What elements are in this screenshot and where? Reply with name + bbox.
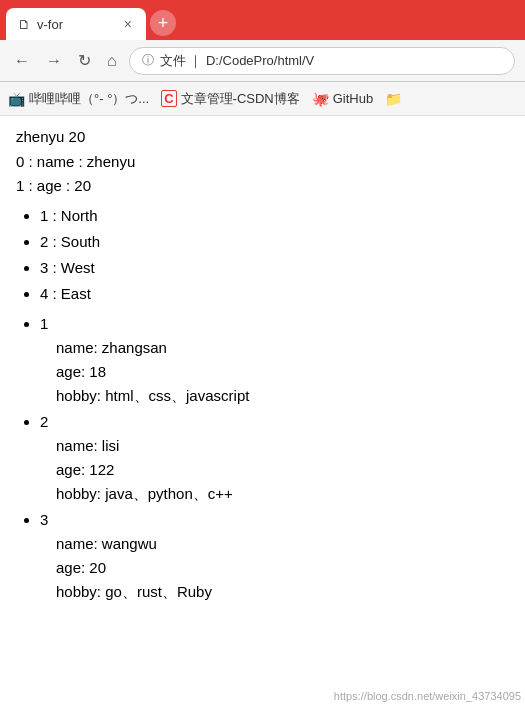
bookmark-github-label: GitHub	[333, 91, 373, 106]
person-2-name: name: lisi	[56, 434, 509, 458]
person-3-detail: name: wangwu age: 20 hobby: go、rust、Ruby	[56, 532, 509, 604]
line3: 1 : age : 20	[16, 175, 509, 198]
address-lock-icon: ⓘ	[142, 52, 154, 69]
bookmark-bilibili[interactable]: 📺 哔哩哔哩（°- °）つ...	[8, 90, 149, 108]
bookmark-csdn[interactable]: C 文章管理-CSDN博客	[161, 90, 300, 108]
person-2-detail: name: lisi age: 122 hobby: java、python、c…	[56, 434, 509, 506]
person-1-num: 1	[40, 312, 509, 336]
person-2-entry: 2 name: lisi age: 122 hobby: java、python…	[40, 410, 509, 506]
browser-tab[interactable]: 🗋 v-for ×	[6, 8, 146, 40]
new-tab-icon: +	[158, 14, 169, 32]
bookmark-github[interactable]: 🐙 GitHub	[312, 91, 373, 107]
person-2-num: 2	[40, 410, 509, 434]
person-2-hobby: hobby: java、python、c++	[56, 482, 509, 506]
watermark: https://blog.csdn.net/weixin_43734095	[334, 690, 521, 702]
new-tab-button[interactable]: +	[150, 10, 176, 36]
csdn-icon: C	[161, 90, 176, 107]
bookmarks-bar: 📺 哔哩哔哩（°- °）つ... C 文章管理-CSDN博客 🐙 GitHub …	[0, 82, 525, 116]
home-button[interactable]: ⌂	[103, 50, 121, 72]
back-button[interactable]: ←	[10, 50, 34, 72]
address-text: 文件 ｜ D:/CodePro/html/V	[160, 52, 315, 70]
forward-button[interactable]: →	[42, 50, 66, 72]
page-content: zhenyu 20 0 : name : zhenyu 1 : age : 20…	[0, 116, 525, 706]
person-1-detail: name: zhangsan age: 18 hobby: html、css、j…	[56, 336, 509, 408]
person-1-age: age: 18	[56, 360, 509, 384]
folder-icon: 📁	[385, 91, 402, 107]
person-2-age: age: 122	[56, 458, 509, 482]
persons-list: 1 name: zhangsan age: 18 hobby: html、css…	[40, 312, 509, 604]
tab-page-icon: 🗋	[18, 17, 31, 32]
person-3-num: 3	[40, 508, 509, 532]
list-item: 3 : West	[40, 256, 509, 280]
person-3-age: age: 20	[56, 556, 509, 580]
tab-close-button[interactable]: ×	[122, 16, 134, 32]
person-3-entry: 3 name: wangwu age: 20 hobby: go、rust、Ru…	[40, 508, 509, 604]
bilibili-icon: 📺	[8, 91, 25, 107]
person-1-entry: 1 name: zhangsan age: 18 hobby: html、css…	[40, 312, 509, 408]
person-3-name: name: wangwu	[56, 532, 509, 556]
address-bar[interactable]: ⓘ 文件 ｜ D:/CodePro/html/V	[129, 47, 515, 75]
person-1-name: name: zhangsan	[56, 336, 509, 360]
list-item: 2 : South	[40, 230, 509, 254]
tab-label: v-for	[37, 17, 63, 32]
list-item: 4 : East	[40, 282, 509, 306]
directions-list: 1 : North 2 : South 3 : West 4 : East	[40, 204, 509, 306]
bookmark-folder[interactable]: 📁	[385, 91, 402, 107]
list-item: 1 : North	[40, 204, 509, 228]
bookmark-csdn-label: 文章管理-CSDN博客	[181, 90, 300, 108]
github-icon: 🐙	[312, 91, 329, 107]
person-3-hobby: hobby: go、rust、Ruby	[56, 580, 509, 604]
line2: 0 : name : zhenyu	[16, 151, 509, 174]
person-1-hobby: hobby: html、css、javascript	[56, 384, 509, 408]
line1: zhenyu 20	[16, 126, 509, 149]
bookmark-bilibili-label: 哔哩哔哩（°- °）つ...	[29, 90, 149, 108]
refresh-button[interactable]: ↻	[74, 49, 95, 72]
